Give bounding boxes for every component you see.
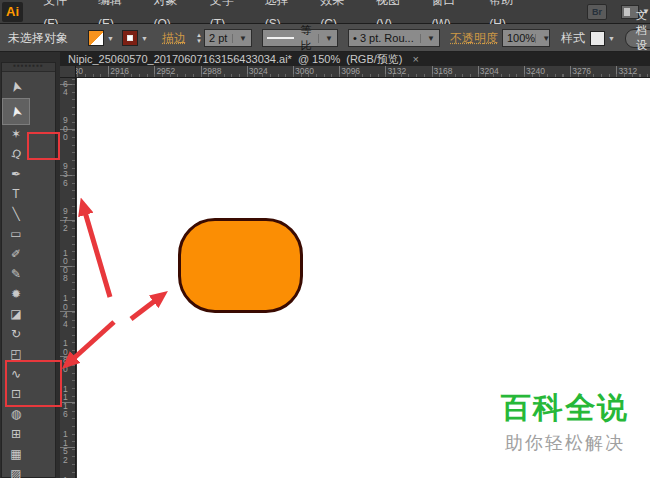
line-segment-tool[interactable]: ╲: [3, 204, 29, 224]
watermark-subtitle: 助你轻松解决: [480, 431, 650, 455]
panel-grip[interactable]: ▪▪▪▪▪▪▪▪: [2, 63, 55, 72]
magic-wand-tool[interactable]: ✶: [3, 124, 29, 144]
perspective-grid-tool-icon: ⊞: [11, 427, 21, 441]
scale-tool-icon: ◰: [10, 347, 21, 361]
chevron-down-icon: ▼: [420, 34, 435, 43]
ruler-label: 2988: [203, 66, 222, 76]
ruler-label: 9 3 6: [63, 162, 68, 188]
ruler-label: 1 1 5 2: [63, 430, 68, 464]
ruler-label: 2916: [110, 66, 129, 76]
illustrator-window: Ai 文件(F)编辑(E)对象(O)文字(T)选择(S)效果(C)视图(V)窗口…: [0, 0, 650, 478]
ruler-label: 9 7 2: [63, 207, 68, 233]
rotate-tool[interactable]: ↻: [3, 324, 29, 344]
blob-brush-tool-icon: ✹: [11, 287, 21, 301]
pencil-tool[interactable]: ✎: [3, 264, 29, 284]
style-label: 样式: [561, 30, 585, 47]
fill-color-swatch: [88, 30, 104, 46]
paintbrush-tool[interactable]: ✐: [3, 244, 29, 264]
stroke-profile-preview: [267, 37, 294, 39]
canvas[interactable]: 百科全说 助你轻松解决: [77, 78, 650, 478]
pen-tool-icon: ✒: [11, 167, 21, 181]
mesh-tool[interactable]: ▦: [3, 444, 29, 464]
brush-definition-dropdown[interactable]: • 3 pt. Rou... ▼: [348, 29, 440, 47]
stroke-profile-dropdown[interactable]: 等比 ▼: [262, 29, 338, 47]
scale-tool[interactable]: ◰: [3, 344, 29, 364]
ruler-label: 2952: [156, 66, 175, 76]
blob-brush-tool[interactable]: ✹: [3, 284, 29, 304]
direct-selection-tool[interactable]: ➤: [3, 99, 29, 124]
pencil-tool-icon: ✎: [11, 267, 21, 281]
tool-grid: ➤➤✶Ω✒T╲▭✐✎✹◪↻◰∿⊡◍⊞▦▨✑◎✵▂▅▃✛✂☞Ϙ: [2, 72, 55, 478]
stroke-color-swatch: [122, 30, 138, 46]
ruler-label: 1 0 0 8: [63, 249, 68, 283]
vertical-ruler[interactable]: 8 6 49 0 09 3 69 7 21 0 0 81 0 4 41 0 8 …: [60, 78, 76, 478]
document-color-mode: (RGB/预览): [346, 52, 402, 67]
ruler-label: 3132: [387, 66, 406, 76]
style-dropdown[interactable]: ▼: [590, 31, 617, 46]
eraser-tool-icon: ◪: [10, 307, 21, 321]
direct-selection-tool-icon: ➤: [7, 104, 25, 119]
opacity-panel-link[interactable]: 不透明度: [450, 30, 498, 47]
shape-builder-tool-icon: ◍: [11, 407, 21, 421]
ruler-label: 3204: [480, 66, 499, 76]
line-segment-tool-icon: ╲: [12, 207, 19, 221]
document-setup-button[interactable]: 文档设置: [625, 29, 650, 48]
type-tool[interactable]: T: [3, 184, 29, 204]
control-bar: 未选择对象 ▼ ▼ 描边 ▲▼ 2 pt ▼ 等比 ▼: [0, 24, 650, 52]
watermark: 百科全说 助你轻松解决: [480, 388, 650, 455]
type-tool-icon: T: [12, 187, 19, 201]
rectangle-tool-icon: ▭: [10, 227, 21, 241]
width-tool-icon: ∿: [11, 367, 21, 381]
chevron-down-icon: ▼: [535, 34, 550, 43]
chevron-down-icon: ▼: [606, 35, 617, 42]
free-transform-tool-icon: ⊡: [11, 387, 21, 401]
free-transform-tool[interactable]: ⊡: [3, 384, 29, 404]
lasso-tool[interactable]: Ω: [3, 144, 29, 164]
chevron-down-icon: ▼: [139, 35, 150, 42]
fill-color-dropdown[interactable]: ▼: [88, 30, 116, 46]
close-icon[interactable]: ×: [412, 53, 418, 65]
watermark-title: 百科全说: [480, 388, 650, 429]
ruler-label: 3276: [572, 66, 591, 76]
paintbrush-tool-icon: ✐: [11, 247, 21, 261]
chevron-down-icon: ▼: [232, 34, 247, 43]
rectangle-tool[interactable]: ▭: [3, 224, 29, 244]
rounded-rectangle-shape[interactable]: [178, 218, 303, 313]
ruler-label: 3024: [249, 66, 268, 76]
ruler-label: 3060: [295, 66, 314, 76]
tools-panel: ▪▪▪▪▪▪▪▪ ➤➤✶Ω✒T╲▭✐✎✹◪↻◰∿⊡◍⊞▦▨✑◎✵▂▅▃✛✂☞Ϙ …: [1, 62, 56, 478]
ruler-label: 9 0 0: [63, 117, 68, 143]
opacity-field[interactable]: 100% ▼: [502, 29, 550, 47]
chevron-down-icon: ▼: [105, 35, 116, 42]
tab-bar: Nipic_25060570_20170607163156433034.ai* …: [60, 52, 650, 66]
eraser-tool[interactable]: ◪: [3, 304, 29, 324]
menu-bar: Ai 文件(F)编辑(E)对象(O)文字(T)选择(S)效果(C)视图(V)窗口…: [0, 0, 650, 24]
selection-tool[interactable]: ➤: [3, 74, 29, 99]
ruler-label: 1 1 1 6: [63, 385, 68, 419]
ruler-corner: [60, 66, 76, 78]
document-zoom: @ 150%: [298, 53, 340, 65]
mesh-tool-icon: ▦: [10, 447, 21, 461]
stroke-width-field[interactable]: 2 pt ▼: [204, 29, 252, 47]
document-tab[interactable]: Nipic_25060570_20170607163156433034.ai* …: [60, 52, 427, 67]
stroke-color-dropdown[interactable]: ▼: [122, 30, 150, 46]
selection-tool-icon: ➤: [7, 79, 25, 94]
ruler-label: 3168: [434, 66, 453, 76]
gradient-tool[interactable]: ▨: [3, 464, 29, 478]
selection-status: 未选择对象: [8, 30, 68, 47]
stroke-panel-link[interactable]: 描边: [162, 30, 186, 47]
width-tool[interactable]: ∿: [3, 364, 29, 384]
bridge-icon[interactable]: Br: [587, 4, 607, 20]
gradient-tool-icon: ▨: [10, 467, 21, 478]
ruler-label: 3312: [618, 66, 637, 76]
pen-tool[interactable]: ✒: [3, 164, 29, 184]
ruler-label: 3240: [526, 66, 545, 76]
chevron-down-icon: ▼: [318, 34, 333, 43]
shape-builder-tool[interactable]: ◍: [3, 404, 29, 424]
ruler-label: 3096: [341, 66, 360, 76]
stroke-width-stepper[interactable]: ▲▼: [196, 32, 202, 44]
ruler-label: 1 0 8 0: [63, 339, 68, 373]
ruler-label: 8 6 4: [63, 78, 68, 97]
horizontal-ruler[interactable]: 2880291629522988302430603096313231683204…: [60, 66, 650, 78]
perspective-grid-tool[interactable]: ⊞: [3, 424, 29, 444]
